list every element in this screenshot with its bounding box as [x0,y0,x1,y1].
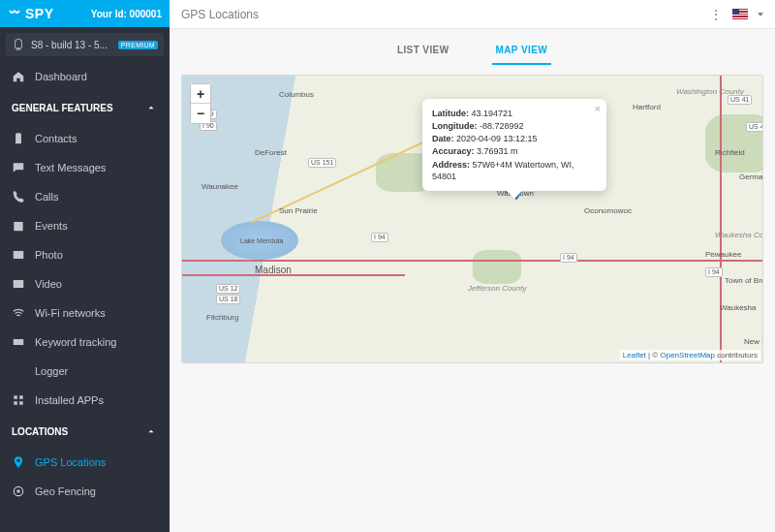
map-place-label: DeForest [255,148,287,157]
label: Contacts [35,133,77,144]
map-place-label: Lake Mendota [240,237,283,244]
label: Photo [35,249,63,261]
label: Events [35,220,68,232]
image-icon [12,248,25,262]
map-shield: US 151 [308,158,336,168]
sidebar-item-keyword[interactable]: Keyword tracking [0,328,170,357]
sidebar-item-logger[interactable]: Logger [0,357,170,386]
page-title: GPS Locations [181,8,259,21]
map-place-label: Waunakee [202,182,238,191]
lat-value: 43.194721 [472,109,513,118]
sidebar-item-gps-locations[interactable]: GPS Locations [0,448,170,477]
more-menu-icon[interactable]: ⋮ [709,7,723,22]
phone-icon [12,190,25,203]
lon-value: -88.728992 [480,121,524,131]
sidebar-item-video[interactable]: Video [0,269,170,298]
sidebar-item-geo-fencing[interactable]: Geo Fencing [0,477,170,506]
device-selector[interactable]: S8 - build 13 - 5... PREMIUM [6,33,164,56]
map-forest [473,250,521,284]
main: GPS Locations ⋮ LIST VIEW MAP VIEW [170,0,775,532]
sidebar-item-wifi[interactable]: Wi-Fi networks [0,298,170,328]
sidebar-item-photo[interactable]: Photo [0,240,170,269]
osm-link[interactable]: OpenStreetMap [660,351,714,360]
map-place-label: Richfield [715,148,745,157]
clipboard-icon [12,132,25,145]
map[interactable]: Columbus DeForest Waunakee Sun Prairie L… [181,75,763,363]
film-icon [12,277,25,291]
topbar-actions: ⋮ [709,7,763,22]
zoom-control: + − [190,83,211,124]
chevron-up-icon [144,101,158,114]
label: Wi-Fi networks [35,307,106,319]
date-value: 2020-04-09 13:12:15 [456,134,538,143]
map-place-label: Germantown [739,172,763,181]
sidebar-item-contacts[interactable]: Contacts [0,124,170,153]
sidebar-item-apps[interactable]: Installed APPs [0,386,170,415]
map-shield: US 45 [746,122,763,132]
zoom-out-button[interactable]: − [191,104,210,123]
brand-mark-icon [8,7,21,20]
map-place-label: Sun Prairie [279,206,318,215]
accuracy-label: Accuracy: [432,146,475,156]
label: Logger [35,365,68,377]
section-general-features[interactable]: GENERAL FEATURES [0,91,170,124]
map-place-label: Oconomowoc [584,206,632,215]
calendar-icon [12,219,25,233]
leaflet-link[interactable]: Leaflet [623,351,646,360]
location-popup: × Latitude: 43.194721 Longitude: -88.728… [422,99,606,191]
tab-map-view[interactable]: MAP VIEW [492,39,552,65]
section-locations[interactable]: LOCATIONS [0,415,170,448]
section-title: GENERAL FEATURES [12,103,113,113]
premium-badge: PREMIUM [118,41,158,49]
location-pin-icon [12,455,25,469]
device-name: S8 - build 13 - 5... [31,40,108,50]
map-road [182,260,762,262]
map-attribution: Leaflet | © OpenStreetMap contributors [620,350,760,360]
label: Installed APPs [35,394,104,406]
map-place-label: Columbus [279,90,314,99]
message-icon [12,161,25,174]
popup-close-button[interactable]: × [595,103,601,114]
chevron-up-icon [144,424,158,438]
zoom-in-button[interactable]: + [191,84,210,104]
wifi-icon [12,306,25,320]
map-road [720,76,722,362]
label: Keyword tracking [35,336,116,348]
map-road [182,274,405,276]
keyboard-icon [12,335,25,349]
map-place-label: Town of Brookfield [725,276,763,285]
flag-us-icon[interactable] [732,9,748,19]
map-place-label: Fitchburg [206,313,238,322]
date-label: Date: [432,134,454,143]
map-place-label: Madison [255,265,292,275]
tab-list-view[interactable]: LIST VIEW [393,39,453,65]
label: Dashboard [35,71,87,82]
sidebar-item-dashboard[interactable]: Dashboard [0,62,170,91]
sidebar: SPY Your Id: 000001 S8 - build 13 - 5...… [0,0,170,532]
map-shield: US 41 [728,95,752,105]
sidebar-item-events[interactable]: Events [0,211,170,240]
list-icon [12,364,25,378]
map-shield: US 18 [216,295,240,304]
map-place-label: New Berlin [744,337,763,346]
brand-logo: SPY [8,6,54,21]
label: Calls [35,191,58,203]
sidebar-item-text-messages[interactable]: Text Messages [0,153,170,182]
sidebar-item-calls[interactable]: Calls [0,182,170,211]
brand-text: SPY [25,6,54,21]
label: Video [35,278,62,290]
android-icon [12,38,25,51]
map-place-label: Waukesha County [715,231,763,239]
caret-down-icon[interactable] [758,13,763,16]
map-place-label: Hartford [633,103,661,111]
content: LIST VIEW MAP VIEW Columbus DeForest Wau… [170,29,775,532]
grid-icon [12,393,25,407]
map-shield: I 94 [705,267,723,277]
map-shield: US 12 [216,284,240,294]
map-place-label: Waukesha [720,303,757,312]
map-place-label: Pewaukee [705,250,741,259]
label: Text Messages [35,162,106,173]
address-label: Address: [432,160,470,170]
lon-label: Longitude: [432,121,478,131]
map-place-label: Jefferson County [468,284,526,293]
